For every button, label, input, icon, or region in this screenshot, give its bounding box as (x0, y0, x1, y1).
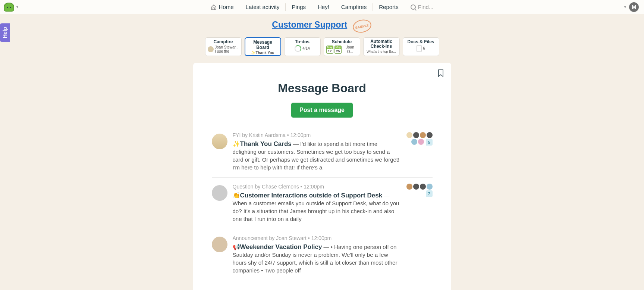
participant-avatar (413, 184, 419, 190)
nav-find[interactable]: Find... (405, 0, 440, 14)
author-avatar (212, 185, 227, 201)
toolcard-message-board[interactable]: Message Board ✨Thank You Cards — I'd (245, 37, 281, 56)
calendar-icon: May25 (334, 46, 342, 54)
message-emoji: ✨ (233, 141, 240, 147)
message-title: Thank You Cards (240, 140, 292, 147)
toolcard-title: To-dos (287, 39, 318, 44)
search-icon (411, 4, 416, 10)
message-participants: 5 (406, 132, 433, 171)
message-emoji: 📢 (233, 244, 240, 250)
svg-text:SAMPLE: SAMPLE (355, 23, 369, 30)
nav-latest-activity[interactable]: Latest activity (240, 0, 286, 14)
nav-pings[interactable]: Pings (286, 0, 312, 14)
toolcard-title: Schedule (326, 39, 358, 44)
toolcard-title: Message Board (248, 40, 278, 50)
app-logo[interactable]: ▼ (4, 3, 19, 12)
author-avatar (212, 237, 227, 252)
nav-home-label: Home (219, 4, 234, 10)
participant-avatar (427, 184, 433, 190)
participant-avatar (418, 139, 424, 145)
message-participants (406, 235, 433, 274)
bookmark-button[interactable] (438, 69, 444, 77)
toolcard-title: Docs & Files (405, 39, 437, 44)
toolcard-schedule[interactable]: Schedule May12 May25 Joan O... (324, 37, 360, 56)
main-content-card: Message Board Post a message FYI by Kris… (193, 63, 451, 290)
message-title: Customer Interactions outside of Support… (240, 192, 383, 199)
nav-center: Home Latest activity Pings Hey! Campfire… (205, 0, 440, 14)
sample-stamp-icon: SAMPLE (352, 19, 372, 34)
post-message-button[interactable]: Post a message (291, 103, 353, 118)
toolcard-campfire[interactable]: Campfire Joan Stewar... I use the (205, 37, 242, 56)
message-item[interactable]: FYI by Kristin Aardsma • 12:00pm ✨Thank … (212, 126, 433, 177)
messages-list: FYI by Kristin Aardsma • 12:00pm ✨Thank … (212, 126, 433, 280)
document-icon (417, 45, 422, 52)
participant-avatar (427, 132, 433, 138)
reply-count-badge: 7 (426, 190, 433, 197)
toolcard-docs-files[interactable]: Docs & Files 6 (403, 37, 439, 56)
find-placeholder: Find... (418, 4, 434, 10)
message-item[interactable]: Question by Chase Clemons • 12:00pm 👏Cus… (212, 177, 433, 229)
progress-ring-icon (295, 45, 301, 52)
calendar-icon: May12 (326, 46, 333, 54)
message-emoji: 👏 (233, 192, 240, 199)
participant-avatar (420, 184, 426, 190)
avatar-icon (208, 46, 214, 52)
current-user-avatar[interactable]: M (629, 2, 639, 12)
nav-campfires[interactable]: Campfires (335, 0, 373, 14)
chevron-down-icon: ▼ (623, 5, 627, 9)
chevron-down-icon: ▼ (16, 5, 19, 9)
message-title: Weekender Vacation Policy (240, 243, 322, 250)
message-meta: Announcement by Joan Stewart • 12:00pm (233, 235, 400, 241)
project-title-link[interactable]: Customer Support (272, 20, 347, 29)
nav-hey[interactable]: Hey! (312, 0, 335, 14)
message-meta: Question by Chase Clemons • 12:00pm (233, 184, 400, 190)
author-avatar (212, 134, 227, 149)
topbar-right: ▼ M (623, 2, 639, 12)
home-icon (211, 4, 217, 10)
toolcard-checkins[interactable]: Automatic Check-ins What's the top Ba... (363, 37, 400, 56)
toolcard-title: Automatic Check-ins (366, 39, 397, 49)
bookmark-icon (438, 69, 444, 77)
toolcard-title: Campfire (208, 39, 239, 44)
participant-avatar (420, 132, 426, 138)
participant-avatar (411, 139, 417, 145)
participant-avatar (406, 132, 412, 138)
tool-cards-row: Campfire Joan Stewar... I use the Messag… (0, 37, 644, 56)
nav-reports[interactable]: Reports (373, 0, 405, 14)
message-meta: FYI by Kristin Aardsma • 12:00pm (233, 132, 400, 138)
basecamp-logo-icon (4, 3, 14, 12)
reply-count-badge: 5 (426, 139, 433, 146)
page-title: Message Board (193, 81, 451, 95)
top-navbar: ▼ Home Latest activity Pings Hey! Campfi… (0, 0, 644, 14)
participant-avatar (406, 184, 412, 190)
message-participants: 7 (406, 184, 433, 223)
project-header: Customer Support SAMPLE (0, 14, 644, 34)
toolcard-todos[interactable]: To-dos 4/14 (284, 37, 321, 56)
message-item[interactable]: Announcement by Joan Stewart • 12:00pm 📢… (212, 229, 433, 280)
nav-home[interactable]: Home (205, 0, 240, 14)
participant-avatar (413, 132, 419, 138)
